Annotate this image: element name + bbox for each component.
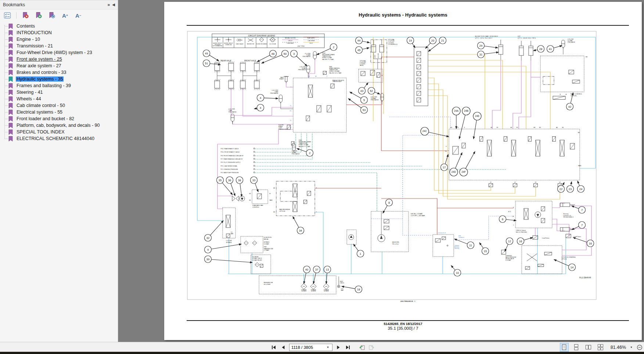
- balloon-16: 16: [573, 237, 594, 247]
- balloon-22: 22: [558, 182, 565, 193]
- bookmark-item-3[interactable]: Transmission - 21: [0, 43, 118, 49]
- component-valve: [384, 219, 389, 223]
- schematic-label: STRAINER100 MESH: [324, 289, 329, 292]
- continuous-facing-view-button[interactable]: [596, 343, 605, 352]
- schematic-line-ls: [403, 135, 449, 235]
- last-page-button[interactable]: [344, 344, 352, 351]
- zoom-out-button[interactable]: [636, 344, 643, 351]
- schematic-label: LS1 SLS ST CF: [438, 232, 446, 234]
- page-dropdown-icon[interactable]: ▼: [327, 346, 329, 348]
- facing-view-button[interactable]: [584, 343, 593, 352]
- bookmark-item-17[interactable]: ELECTRICAL SCHEMATIC 48144040: [0, 135, 118, 142]
- bookmark-item-2[interactable]: Engine - 10: [0, 36, 118, 43]
- bookmark-item-12[interactable]: Cab climate control - 50: [0, 102, 118, 109]
- schematic-label: TP3: LOAD SENSE SIGNAL: [220, 165, 237, 167]
- balloon-28: 28: [533, 46, 544, 53]
- bookmark-item-5[interactable]: Front axle system - 25: [0, 56, 118, 62]
- locate-bookmark-icon[interactable]: [47, 11, 56, 20]
- panel-expand-icon[interactable]: »: [108, 3, 109, 7]
- bookmark-item-9[interactable]: Frames and ballasting - 39: [0, 82, 118, 89]
- bookmark-options-icon[interactable]: [3, 11, 12, 20]
- svg-text:39: 39: [206, 258, 209, 261]
- schematic-label: 3.78 LITER11.0 BARPRECHARGE: [568, 39, 575, 43]
- svg-text:36: 36: [228, 179, 231, 182]
- bookmark-item-14[interactable]: Front loader and bucket - 82: [0, 115, 118, 122]
- bookmark-item-4[interactable]: Four-Wheel Drive (4WD) system - 23: [0, 49, 118, 56]
- schematic-box: [543, 76, 554, 85]
- delete-bookmark-icon[interactable]: [21, 11, 30, 20]
- page-number-input[interactable]: [289, 345, 327, 350]
- balloon-2: 2: [317, 44, 337, 55]
- bookmark-item-10[interactable]: Steering - 41: [0, 89, 118, 96]
- schematic-label: VENTCHECK: [340, 281, 345, 284]
- schematic-box: [252, 190, 268, 204]
- schematic-label: MP: [578, 132, 580, 133]
- schematic-label: B: [560, 94, 561, 95]
- balloon-9: 9: [205, 244, 242, 253]
- schematic-line-pil: [428, 60, 503, 129]
- bookmark-item-6[interactable]: Rear axle system - 27: [0, 62, 118, 69]
- svg-text:53: 53: [363, 108, 366, 112]
- component-acc: [313, 51, 317, 60]
- schematic-label: LOCK: [374, 54, 376, 58]
- bookmark-flag-icon: [8, 30, 13, 36]
- bookmark-item-1[interactable]: INTRODUCTION: [0, 29, 118, 36]
- increase-text-size-icon[interactable]: A+: [61, 11, 69, 20]
- schematic-box: [515, 201, 552, 228]
- component-motor: [240, 196, 245, 201]
- schematic-label: JOYSTICK STEERINGOPTION: [561, 257, 576, 260]
- bookmark-label: Transmission - 21: [16, 43, 54, 49]
- component-valve: [480, 137, 483, 142]
- schematic-label: P: [446, 146, 447, 147]
- component-brk: [229, 79, 234, 90]
- schematic-label: RESTRICTOR: [247, 43, 254, 45]
- schematic-label: S: [464, 127, 465, 128]
- zoom-dropdown-icon[interactable]: ▼: [630, 346, 633, 348]
- bookmark-item-15[interactable]: Platform, cab, bodywork, and decals - 90: [0, 122, 118, 129]
- schematic-label: 100 MESH.03 BAR CHECK.35 BAR RELIEF: [252, 256, 262, 261]
- schematic-label: FAN REVERSEOPTION: [279, 208, 290, 212]
- previous-page-button[interactable]: [280, 344, 287, 351]
- bookmark-item-0[interactable]: Contents: [0, 23, 118, 29]
- add-bookmark-icon[interactable]: [34, 11, 43, 20]
- continuous-view-button[interactable]: [572, 343, 581, 352]
- decrease-text-size-icon[interactable]: A−: [74, 11, 83, 20]
- svg-text:18: 18: [357, 288, 360, 291]
- balloon-24F: 24F: [460, 151, 475, 176]
- schematic-label: IN: [269, 193, 271, 194]
- single-page-view-button[interactable]: [560, 343, 569, 352]
- svg-text:1: 1: [360, 252, 361, 255]
- next-page-button[interactable]: [335, 344, 342, 351]
- previous-view-button[interactable]: [358, 344, 366, 351]
- component-tpc: [253, 155, 255, 156]
- component-valve: [538, 264, 544, 267]
- bookmark-label: INTRODUCTION: [16, 30, 53, 35]
- balloon-16: 16: [517, 237, 533, 245]
- bookmark-item-8[interactable]: Hydraulic systems - 35: [0, 76, 118, 82]
- bookmark-item-7[interactable]: Brakes and controls - 33: [0, 69, 118, 76]
- schematic-label: Cutoff Valve: [573, 236, 581, 237]
- first-page-button[interactable]: [270, 344, 277, 351]
- balloon-4: 4: [257, 94, 278, 101]
- tree-stub: [4, 26, 8, 26]
- component-tpc: [253, 168, 255, 169]
- schematic-label: SteeringCylinders (2)76.2/44.5X481.9: [563, 213, 573, 218]
- component-valve: [417, 71, 421, 76]
- bookmark-label: Frames and ballasting - 39: [16, 83, 72, 88]
- bookmark-item-16[interactable]: SPECIAL TOOL INDEX: [0, 129, 118, 135]
- svg-text:2: 2: [333, 46, 334, 49]
- schematic-box: [371, 211, 409, 252]
- balloon-44: 44: [356, 37, 370, 44]
- schematic-label: TP9: PILOT PRESSURE SUPPLY: [220, 162, 241, 163]
- schematic-label: 0.16 LITER7 BARPRECHARGE: [229, 108, 237, 113]
- next-view-button[interactable]: [368, 344, 375, 351]
- document-area: Hydraulic systems - Hydraulic systems CI…: [118, 0, 644, 342]
- svg-text:5: 5: [363, 99, 365, 102]
- tree-stub: [4, 139, 8, 139]
- bookmark-item-13[interactable]: Electrical systems - 55: [0, 109, 118, 115]
- svg-text:32: 32: [206, 236, 209, 240]
- bookmark-item-11[interactable]: Wheels - 44: [0, 96, 118, 102]
- tree-stub: [4, 92, 8, 93]
- svg-text:21: 21: [441, 39, 444, 42]
- panel-collapse-icon[interactable]: ◀: [112, 3, 115, 7]
